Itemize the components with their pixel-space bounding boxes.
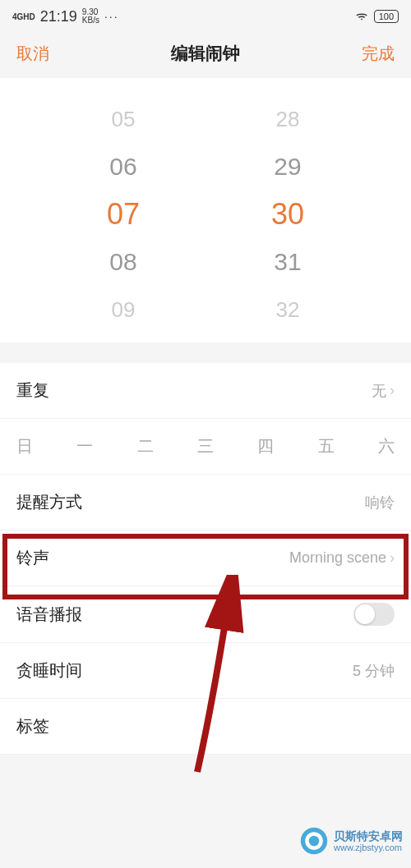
hour-selected[interactable]: 07 bbox=[107, 198, 140, 231]
settings-list: 重复 无 › 日 一 二 三 四 五 六 提醒方式 响铃 铃声 Morning … bbox=[0, 363, 411, 755]
hour-option[interactable]: 06 bbox=[109, 150, 136, 183]
snooze-value: 5 分钟 bbox=[353, 661, 395, 681]
chevron-right-icon: › bbox=[390, 549, 395, 567]
remind-row[interactable]: 提醒方式 响铃 bbox=[0, 475, 411, 530]
ringtone-value: Morning scene › bbox=[289, 549, 395, 567]
day-mon[interactable]: 一 bbox=[76, 435, 93, 457]
hour-option[interactable]: 08 bbox=[109, 246, 136, 278]
repeat-value: 无 › bbox=[372, 381, 395, 401]
voice-row[interactable]: 语音播报 bbox=[0, 586, 411, 643]
nav-bar: 取消 编辑闹钟 完成 bbox=[0, 33, 411, 74]
network-indicator: 4GHD bbox=[12, 12, 35, 21]
speed-unit: KB/s bbox=[82, 16, 99, 25]
chevron-right-icon: › bbox=[390, 382, 395, 399]
done-button[interactable]: 完成 bbox=[362, 43, 395, 65]
day-wed[interactable]: 三 bbox=[197, 435, 214, 457]
snooze-row[interactable]: 贪睡时间 5 分钟 bbox=[0, 643, 411, 699]
svg-point-3 bbox=[309, 836, 320, 847]
watermark-text-block: 贝斯特安卓网 www.zjbstyy.com bbox=[334, 829, 403, 853]
network-speed: 9.30 KB/s bbox=[82, 8, 99, 25]
wifi-icon bbox=[354, 8, 369, 25]
hour-option[interactable]: 09 bbox=[112, 293, 136, 326]
voice-toggle[interactable] bbox=[353, 603, 395, 626]
ringtone-label: 铃声 bbox=[16, 547, 49, 569]
day-sun[interactable]: 日 bbox=[16, 435, 33, 457]
ringtone-row[interactable]: 铃声 Morning scene › bbox=[0, 530, 411, 586]
remind-label: 提醒方式 bbox=[16, 491, 82, 513]
repeat-value-text: 无 bbox=[372, 381, 386, 401]
status-time: 21:19 bbox=[40, 8, 77, 25]
page-title: 编辑闹钟 bbox=[171, 42, 240, 65]
days-row: 日 一 二 三 四 五 六 bbox=[0, 419, 411, 475]
ringtone-value-text: Morning scene bbox=[289, 549, 386, 567]
minute-option[interactable]: 31 bbox=[274, 246, 301, 278]
status-left: 4GHD 21:19 9.30 KB/s ··· bbox=[12, 8, 119, 25]
repeat-label: 重复 bbox=[16, 379, 49, 402]
minute-selected[interactable]: 30 bbox=[271, 198, 304, 231]
day-thu[interactable]: 四 bbox=[257, 435, 274, 457]
hour-column[interactable]: 05 06 07 08 09 bbox=[107, 103, 140, 326]
minute-column[interactable]: 28 29 30 31 32 bbox=[271, 103, 304, 326]
status-right: 100 bbox=[354, 8, 399, 25]
status-bar: 4GHD 21:19 9.30 KB/s ··· 100 bbox=[0, 0, 411, 33]
day-fri[interactable]: 五 bbox=[318, 435, 335, 457]
repeat-row[interactable]: 重复 无 › bbox=[0, 363, 411, 419]
watermark-name: 贝斯特安卓网 bbox=[334, 829, 403, 843]
cancel-button[interactable]: 取消 bbox=[16, 43, 49, 65]
watermark-logo-icon bbox=[299, 826, 329, 856]
battery-indicator: 100 bbox=[374, 10, 399, 23]
day-sat[interactable]: 六 bbox=[378, 435, 395, 457]
watermark: 贝斯特安卓网 www.zjbstyy.com bbox=[299, 826, 403, 856]
tag-row[interactable]: 标签 bbox=[0, 699, 411, 755]
minute-option[interactable]: 32 bbox=[276, 293, 300, 326]
minute-option[interactable]: 28 bbox=[276, 103, 300, 135]
day-tue[interactable]: 二 bbox=[137, 435, 154, 457]
hour-option[interactable]: 05 bbox=[112, 103, 136, 135]
voice-label: 语音播报 bbox=[16, 604, 82, 626]
snooze-label: 贪睡时间 bbox=[16, 659, 82, 682]
minute-option[interactable]: 29 bbox=[274, 150, 301, 183]
time-picker[interactable]: 05 06 07 08 09 28 29 30 31 32 bbox=[0, 78, 411, 342]
remind-value: 响铃 bbox=[365, 493, 395, 512]
more-icon: ··· bbox=[104, 10, 119, 23]
watermark-url: www.zjbstyy.com bbox=[334, 843, 403, 852]
tag-label: 标签 bbox=[16, 715, 49, 737]
